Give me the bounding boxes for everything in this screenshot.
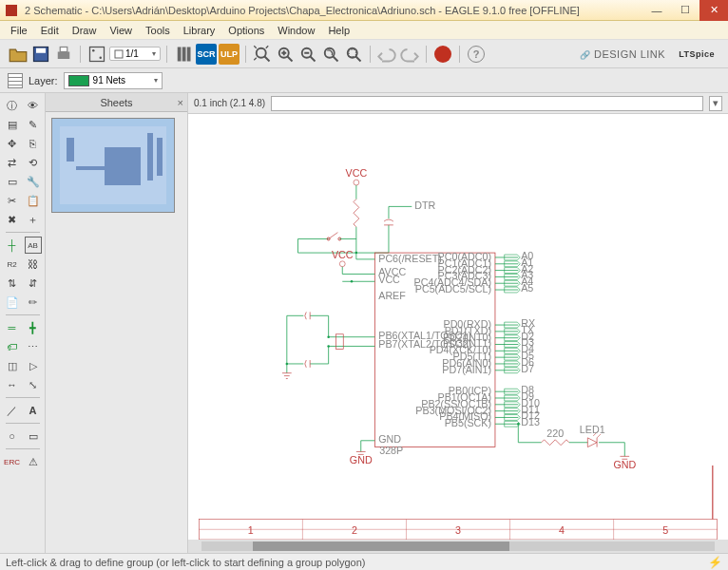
help-button[interactable]: ? bbox=[466, 44, 487, 65]
minimize-button[interactable]: — bbox=[642, 0, 671, 21]
paste-tool[interactable]: 📋 bbox=[25, 192, 42, 209]
stop-button[interactable] bbox=[432, 44, 453, 65]
gateswap-tool[interactable]: ⇵ bbox=[25, 275, 42, 292]
undo-button[interactable] bbox=[376, 44, 397, 65]
pinswap-tool[interactable]: ⇅ bbox=[4, 275, 21, 292]
rotate-tool[interactable]: ⟲ bbox=[25, 154, 42, 171]
menu-view[interactable]: View bbox=[103, 23, 139, 38]
svg-point-154 bbox=[517, 423, 520, 426]
zoom-redraw-button[interactable] bbox=[320, 44, 341, 65]
layer-select[interactable]: ▾ bbox=[64, 72, 163, 89]
layer-input[interactable] bbox=[93, 75, 150, 86]
open-button[interactable] bbox=[8, 44, 29, 65]
ltspice-button[interactable]: LTSpice bbox=[679, 49, 715, 59]
sheet-ratio[interactable]: ▾ bbox=[109, 47, 161, 61]
layer-tool[interactable]: ▤ bbox=[4, 116, 21, 133]
text-tool[interactable]: A bbox=[25, 402, 42, 419]
add-tool[interactable]: ＋ bbox=[25, 211, 42, 228]
svg-text:3: 3 bbox=[455, 524, 461, 536]
menu-window[interactable]: Window bbox=[271, 23, 321, 38]
cut-tool[interactable]: ✂ bbox=[4, 192, 21, 209]
menu-draw[interactable]: Draw bbox=[66, 23, 104, 38]
sheets-close-button[interactable]: × bbox=[178, 97, 183, 108]
change-tool[interactable]: 🔧 bbox=[25, 173, 42, 190]
label-tool[interactable]: 🏷 bbox=[4, 338, 21, 355]
svg-text:GND: GND bbox=[350, 454, 373, 466]
design-link-button[interactable]: 🔗 DESIGN LINK bbox=[580, 48, 665, 60]
info-tool[interactable]: ⓘ bbox=[4, 97, 21, 114]
svg-text:A5: A5 bbox=[521, 282, 533, 294]
replace-tool[interactable]: 📄 bbox=[4, 294, 21, 311]
maximize-button[interactable]: ☐ bbox=[671, 0, 699, 21]
layer-swatch bbox=[68, 75, 89, 86]
split-tool[interactable]: ⤡ bbox=[25, 376, 42, 393]
copy-tool[interactable]: ⎘ bbox=[25, 135, 42, 152]
grid-button[interactable] bbox=[8, 73, 23, 88]
menu-help[interactable]: Help bbox=[321, 23, 356, 38]
zoom-select-button[interactable] bbox=[343, 44, 364, 65]
attribute-tool[interactable]: ⋯ bbox=[25, 338, 42, 355]
coordinate-bar: 0.1 inch (2.1 4.8) ▾ bbox=[188, 93, 728, 114]
svg-rect-3 bbox=[60, 47, 67, 51]
ratio-input[interactable] bbox=[125, 48, 150, 59]
smash-tool[interactable]: ⛓ bbox=[25, 256, 42, 273]
print-button[interactable] bbox=[53, 44, 74, 65]
svg-rect-8 bbox=[178, 47, 182, 61]
svg-text:2: 2 bbox=[352, 524, 357, 536]
move-tool[interactable]: ✥ bbox=[4, 135, 21, 152]
delete-tool[interactable]: ✖ bbox=[4, 211, 21, 228]
port-tool[interactable]: ▷ bbox=[25, 357, 42, 374]
errors-tool[interactable]: ⚠ bbox=[25, 453, 42, 470]
zoom-out-button[interactable] bbox=[297, 44, 318, 65]
schematic-canvas[interactable]: 1 2 3 4 5 VCC DTR bbox=[188, 114, 728, 540]
redo-button[interactable] bbox=[399, 44, 420, 65]
command-dropdown[interactable]: ▾ bbox=[709, 96, 722, 111]
mirror-tool[interactable]: ⇄ bbox=[4, 154, 21, 171]
edit-tool[interactable]: ✏ bbox=[25, 294, 42, 311]
tool-palette: ⓘ👁 ▤✎ ✥⎘ ⇄⟲ ▭🔧 ✂📋 ✖＋ ┼AB R2⛓ ⇅⇵ 📄✏ ═╋ 🏷⋯… bbox=[0, 93, 46, 553]
svg-text:D7: D7 bbox=[521, 363, 534, 374]
zoom-fit-button[interactable] bbox=[252, 44, 273, 65]
module-tool[interactable]: ◫ bbox=[4, 357, 21, 374]
svg-point-95 bbox=[286, 363, 289, 366]
svg-point-6 bbox=[100, 56, 103, 59]
status-bar: Left-click & drag to define group (or le… bbox=[0, 553, 728, 570]
svg-rect-2 bbox=[58, 51, 70, 59]
menu-library[interactable]: Library bbox=[177, 23, 222, 38]
bus-tool[interactable]: ═ bbox=[4, 319, 21, 336]
menu-options[interactable]: Options bbox=[221, 23, 271, 38]
net-tool[interactable]: ┼ bbox=[4, 237, 21, 254]
erc-tool[interactable]: ERC bbox=[4, 453, 21, 470]
sheets-panel: Sheets × bbox=[46, 93, 188, 553]
svg-text:PB5(SCK): PB5(SCK) bbox=[445, 417, 491, 428]
name-tool[interactable]: AB bbox=[25, 237, 42, 254]
rect-tool[interactable]: ▭ bbox=[25, 428, 42, 445]
menu-edit[interactable]: Edit bbox=[34, 23, 66, 38]
circle-tool[interactable]: ○ bbox=[4, 428, 21, 445]
ulp-button[interactable]: ULP bbox=[219, 44, 239, 65]
command-input[interactable] bbox=[271, 96, 703, 111]
mark-tool[interactable]: ✎ bbox=[25, 116, 42, 133]
sheet-thumbnail[interactable] bbox=[51, 118, 175, 213]
scr-button[interactable]: SCR bbox=[196, 44, 217, 65]
group-tool[interactable]: ▭ bbox=[4, 173, 21, 190]
status-text: Left-click & drag to define group (or le… bbox=[6, 557, 365, 568]
board-button[interactable] bbox=[86, 44, 107, 65]
wire-tool[interactable]: ／ bbox=[4, 402, 21, 419]
horizontal-scrollbar[interactable] bbox=[188, 540, 728, 553]
menu-file[interactable]: File bbox=[4, 23, 34, 38]
zoom-in-button[interactable] bbox=[275, 44, 296, 65]
svg-text:PC6(/RESET): PC6(/RESET) bbox=[378, 253, 442, 264]
close-button[interactable]: ✕ bbox=[699, 0, 728, 21]
save-button[interactable] bbox=[30, 44, 51, 65]
coordinates: 0.1 inch (2.1 4.8) bbox=[194, 98, 265, 108]
junction-tool[interactable]: ╋ bbox=[25, 319, 42, 336]
dimension-tool[interactable]: ↔ bbox=[4, 376, 21, 393]
menu-tools[interactable]: Tools bbox=[139, 23, 177, 38]
svg-rect-4 bbox=[90, 47, 105, 61]
library-button[interactable] bbox=[173, 44, 194, 65]
value-tool[interactable]: R2 bbox=[4, 256, 21, 273]
show-tool[interactable]: 👁 bbox=[25, 97, 42, 114]
svg-text:VCC: VCC bbox=[378, 274, 400, 285]
svg-point-11 bbox=[257, 48, 266, 57]
